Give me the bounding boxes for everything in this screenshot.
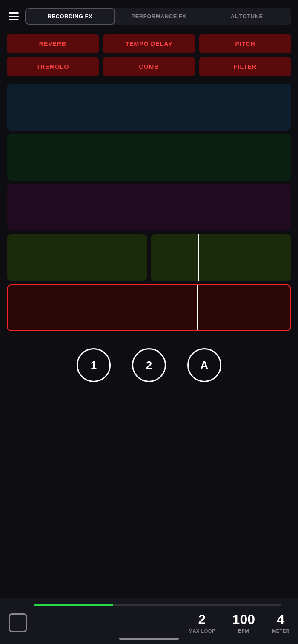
- tab-recording-fx[interactable]: RECORDING FX: [25, 8, 115, 25]
- meter-label: METER: [272, 628, 289, 633]
- bottom-controls: 2 MAX LOOP 100 BPM 4 METER: [9, 612, 289, 633]
- record-button[interactable]: [9, 613, 27, 632]
- fx-tempo-delay[interactable]: TEMPO DELAY: [103, 34, 195, 53]
- circle-btn-a[interactable]: A: [187, 348, 221, 382]
- track-5[interactable]: [7, 284, 291, 331]
- progress-row: [9, 604, 289, 612]
- max-loop-value: 2: [189, 612, 215, 627]
- bpm-label: BPM: [232, 628, 255, 633]
- progress-fill: [34, 604, 113, 606]
- track-3[interactable]: [7, 184, 291, 231]
- bottom-bar: 2 MAX LOOP 100 BPM 4 METER: [0, 598, 298, 644]
- top-bar: RECORDING FX PERFORMANCE FX AUTOTUNE: [0, 0, 298, 31]
- track-4a[interactable]: [7, 234, 147, 281]
- max-loop-stat: 2 MAX LOOP: [189, 612, 215, 633]
- bpm-stat: 100 BPM: [232, 612, 255, 633]
- meter-value: 4: [272, 612, 289, 627]
- bottom-stats: 2 MAX LOOP 100 BPM 4 METER: [189, 612, 289, 633]
- track-4: [7, 234, 291, 281]
- tracks-area: [0, 79, 298, 335]
- bpm-value: 100: [232, 612, 255, 627]
- tab-group: RECORDING FX PERFORMANCE FX AUTOTUNE: [25, 8, 291, 25]
- fx-grid: REVERB TEMPO DELAY PITCH TREMOLO COMB FI…: [0, 31, 298, 79]
- track-2[interactable]: [7, 134, 291, 181]
- fx-filter[interactable]: FILTER: [199, 57, 291, 76]
- tab-autotune[interactable]: AUTOTUNE: [203, 8, 291, 25]
- max-loop-label: MAX LOOP: [189, 628, 215, 633]
- hamburger-menu[interactable]: [7, 11, 20, 22]
- circle-btn-1[interactable]: 1: [77, 348, 111, 382]
- progress-track: [34, 604, 281, 606]
- fx-tremolo[interactable]: TREMOLO: [7, 57, 99, 76]
- fx-comb[interactable]: COMB: [103, 57, 195, 76]
- home-indicator: [119, 638, 179, 640]
- meter-stat: 4 METER: [272, 612, 289, 633]
- circle-buttons: 1 2 A: [0, 335, 298, 391]
- tab-performance-fx[interactable]: PERFORMANCE FX: [115, 8, 203, 25]
- track-1[interactable]: [7, 84, 291, 131]
- track-4b[interactable]: [151, 234, 291, 281]
- circle-btn-2[interactable]: 2: [132, 348, 166, 382]
- fx-pitch[interactable]: PITCH: [199, 34, 291, 53]
- fx-reverb[interactable]: REVERB: [7, 34, 99, 53]
